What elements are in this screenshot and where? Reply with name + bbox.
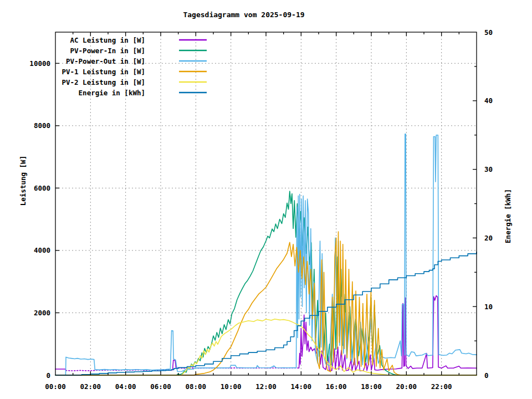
- x-tick-label: 22:00: [431, 382, 452, 391]
- legend-label: Energie in [kWh]: [79, 89, 145, 97]
- legend-label: PV-Power-Out in [W]: [66, 57, 145, 65]
- x-tick-label: 20:00: [396, 382, 417, 391]
- legend: AC Leistung in [W]PV-Power-In in [W]PV-P…: [62, 36, 207, 97]
- y-axis-title: Leistung [W]: [19, 156, 27, 206]
- tagesdiagramm-page: Tagesdiagramm vom 2025-09-19 Leistung [W…: [0, 0, 532, 399]
- x-tick-label: 02:00: [80, 382, 101, 391]
- y2-tick-label: 50: [484, 28, 493, 37]
- legend-label: PV-2 Leistung in [W]: [62, 78, 145, 86]
- x-tick-label: 18:00: [361, 382, 382, 391]
- y-tick-label: 10000: [29, 59, 50, 68]
- x-tick-label: 12:00: [255, 382, 277, 391]
- series-pv2-leistung: [55, 319, 477, 375]
- y-tick-label: 8000: [34, 121, 50, 130]
- x-tick-label: 10:00: [221, 382, 242, 391]
- series-energie: [55, 252, 477, 375]
- y2-tick-label: 30: [484, 165, 493, 173]
- y-tick-label: 6000: [34, 184, 50, 192]
- y2-tick-label: 20: [484, 234, 493, 242]
- legend-label: PV-1 Leistung in [W]: [62, 68, 145, 76]
- series-ac-flat-start: [55, 369, 66, 371]
- x-tick-label: 00:00: [45, 382, 66, 391]
- legend-label: PV-Power-In in [W]: [70, 47, 145, 55]
- tagesdiagramm-chart: Tagesdiagramm vom 2025-09-19 Leistung [W…: [0, 0, 532, 399]
- y2-tick-label: 40: [484, 96, 493, 105]
- y2-tick-label: 0: [484, 371, 489, 380]
- x-tick-label: 04:00: [115, 382, 136, 391]
- x-tick-label: 06:00: [150, 382, 171, 391]
- y2-tick-label: 10: [484, 303, 493, 311]
- y2-axis-title: Energie [kWh]: [504, 189, 512, 243]
- y-tick-label: 0: [46, 371, 50, 380]
- x-tick-label: 08:00: [186, 382, 207, 391]
- y-tick-label: 4000: [34, 246, 50, 254]
- x-tick-label: 14:00: [291, 382, 312, 391]
- series-pv1-leistung: [55, 232, 477, 375]
- chart-title: Tagesdiagramm vom 2025-09-19: [183, 11, 304, 19]
- x-tick-label: 16:00: [326, 382, 347, 391]
- legend-label: AC Leistung in [W]: [70, 36, 145, 44]
- y-tick-label: 2000: [34, 309, 50, 317]
